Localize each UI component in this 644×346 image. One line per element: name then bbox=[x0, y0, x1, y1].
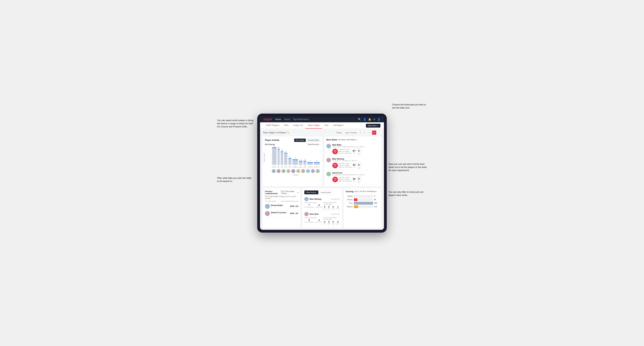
shot-card-0[interactable]: Matt Miller 09 Jun 2023 · Royal North De… bbox=[326, 142, 379, 156]
least-active-tab[interactable]: Least Active bbox=[318, 190, 333, 194]
scoring-label-3: Bogeys bbox=[346, 206, 353, 208]
scoring-filter2[interactable]: All Players ▾ bbox=[367, 190, 376, 192]
shot-arrow-2[interactable]: › bbox=[378, 176, 379, 178]
shot-arrow-1[interactable]: › bbox=[378, 162, 379, 165]
toggle-buttons: On Course Practice Drills bbox=[294, 139, 320, 142]
view-heart-icon[interactable]: ♥ bbox=[372, 131, 376, 135]
putt-stat-0: 1 PUTT bbox=[336, 206, 340, 210]
player-avatar-6[interactable]: R bbox=[301, 169, 305, 173]
practice-header: Practice Leaderboards PUTT Must Make Put… bbox=[265, 190, 298, 194]
practice-row-0[interactable]: Richard Butler 1 19/20 110 bbox=[265, 203, 298, 210]
tab-pga[interactable]: PGA bbox=[282, 122, 291, 129]
tournament-stat-1: 8 Tournament bbox=[304, 219, 314, 223]
people-icon[interactable]: 👤 bbox=[363, 118, 366, 121]
active-player-card-1[interactable]: Rees Britt 02 Sep 2023 Total Rounds 8 To… bbox=[304, 211, 340, 226]
tab-tour[interactable]: Tour bbox=[322, 122, 331, 129]
all-shots-filter[interactable]: All Shots ▾ bbox=[338, 139, 346, 141]
bar-5 bbox=[292, 159, 298, 165]
tournament-stat-0: 7 Tournament bbox=[304, 204, 314, 208]
bar-8 bbox=[307, 162, 313, 165]
bar-value-6: 3 bbox=[300, 159, 301, 160]
practice-filter[interactable]: PUTT Must Make Putting ... ▾ bbox=[281, 190, 298, 194]
on-course-toggle[interactable]: On Course bbox=[294, 139, 306, 142]
team-header: Team Clippd | 14 Players ✏️ Show: Last 3… bbox=[263, 131, 381, 135]
avatar-icon[interactable]: 👤 bbox=[378, 118, 380, 121]
shot-info-2: David Ford 24 Aug 2023 · Royal North Dev… bbox=[332, 172, 377, 183]
view-grid4-icon[interactable]: ⊟ bbox=[367, 131, 371, 135]
player-avatar-5[interactable]: O bbox=[296, 169, 300, 173]
nav-link-teams[interactable]: Teams bbox=[284, 118, 290, 121]
bar-group-7: 3 M. Miller bbox=[304, 159, 306, 168]
tab-pgat-players[interactable]: PGAT Players bbox=[264, 122, 282, 129]
total-rounds-label: Total Rounds bbox=[308, 143, 319, 145]
practice-activity-row-0: 0 GTT 0 APP 0 ARG 1 PUTT bbox=[323, 206, 340, 210]
shot-badge-sub-1: SG bbox=[334, 166, 336, 167]
y-axis-label: Total Rounds bbox=[264, 153, 265, 162]
bar-name-1: R. Britt bbox=[278, 165, 280, 168]
x-axis-label: Players bbox=[271, 174, 320, 176]
scoring-filter1[interactable]: Par 3, 4 & 5s ▾ bbox=[354, 190, 366, 192]
scoring-val-1: 96 bbox=[374, 199, 379, 201]
bar-1 bbox=[278, 149, 280, 165]
player-avatar-2[interactable]: D bbox=[282, 169, 286, 173]
view-filter-icon[interactable]: ≡ bbox=[377, 131, 381, 135]
player-avatar-9[interactable]: L bbox=[316, 169, 320, 173]
scoring-label-2: Pars bbox=[346, 202, 353, 204]
tab-team-clippd[interactable]: Team Clippd bbox=[306, 122, 322, 129]
active-player-card-0[interactable]: Blair McHarg 26 Aug 2023 Total Rounds 7 … bbox=[304, 196, 340, 211]
col-pb-score: PB Score bbox=[281, 200, 289, 202]
most-active-tab[interactable]: Most Active bbox=[304, 190, 318, 194]
player-avatar-0[interactable]: B bbox=[272, 169, 276, 173]
bar-2 bbox=[281, 151, 283, 165]
active-player-info-1: Rees Britt bbox=[304, 212, 319, 216]
annotation-left-bottom: Filter what data you wish the table to b… bbox=[217, 176, 252, 183]
edit-icon[interactable]: ✏️ bbox=[287, 132, 289, 134]
nav-link-home[interactable]: Home bbox=[275, 118, 281, 121]
scoring-chart: Eagles 3 Birdies 96 Pars 499 Bogeys 115 bbox=[346, 194, 379, 209]
scoring-bar-wrap-3 bbox=[354, 205, 373, 208]
tab-all-players[interactable]: All Players bbox=[331, 122, 346, 129]
add-circle-icon[interactable]: ⊕ bbox=[373, 118, 376, 121]
practice-drills-toggle[interactable]: Practice Drills bbox=[306, 139, 320, 142]
practice-row-1[interactable]: Edward Crossman 2 18/20 107 bbox=[265, 210, 298, 217]
page-wrapper: Choose the timescale you wish to see the… bbox=[217, 103, 427, 243]
all-shots-label: All Shots bbox=[338, 139, 345, 141]
time-filter-select[interactable]: Last 3 months bbox=[343, 131, 358, 134]
shot-card-1[interactable]: Blair McHarg 23 Jul 2023 · Ashridge GC, … bbox=[326, 156, 379, 170]
add-team-button[interactable]: Add Team + bbox=[366, 124, 380, 128]
scoring-bar-inner-0 bbox=[354, 195, 354, 198]
shot-arrow-0[interactable]: › bbox=[378, 148, 379, 151]
total-rounds-select[interactable]: Total Rounds ▾ bbox=[308, 143, 320, 145]
arg-stat-1: 0 ARG bbox=[332, 221, 334, 225]
shot-detail-2: 24 Aug 2023 · Royal North Devon GC, Hole… bbox=[332, 174, 377, 176]
all-players-filter[interactable]: All Players ▾ bbox=[347, 139, 357, 141]
nav-link-performance[interactable]: My Performance bbox=[293, 118, 309, 121]
zero-circle-1: 0 bbox=[356, 162, 362, 167]
search-icon[interactable]: 🔍 bbox=[358, 118, 361, 121]
tab-hcaps[interactable]: Hcaps 1-5 bbox=[291, 122, 306, 129]
player-avatar-3[interactable]: J bbox=[286, 169, 290, 173]
active-date-1: 02 Sep 2023 bbox=[331, 213, 340, 215]
bar-name-9: L. Robertson bbox=[314, 165, 320, 168]
shot-card-2[interactable]: David Ford 24 Aug 2023 · Royal North Dev… bbox=[326, 170, 379, 184]
practice-avatar-1 bbox=[265, 211, 270, 216]
view-icons: ⊞ ⊟ ♥ ≡ bbox=[362, 131, 381, 135]
active-stats-grid-1: Total Rounds 8 Tournament 4 Practice Tot… bbox=[304, 217, 340, 225]
player-avatar-7[interactable]: M bbox=[306, 169, 310, 173]
player-avatar-1[interactable]: R bbox=[277, 169, 280, 173]
chevron-down-icon: ▾ bbox=[360, 132, 361, 134]
practice-activities-section-1: Total Practice Activities 0 GTT 0 APP 0 … bbox=[323, 217, 340, 225]
scoring-card: Scoring Par 3, 4 & 5s ▾ All Players ▾ Ea… bbox=[344, 188, 381, 228]
player-avatar-4[interactable]: E bbox=[292, 169, 295, 173]
player-avatar-8[interactable]: E bbox=[311, 169, 315, 173]
practice-rank-0: 1 bbox=[271, 206, 289, 208]
shot-badge-2: 198 SG bbox=[332, 177, 338, 182]
app-stat-1: 0 APP bbox=[328, 221, 330, 225]
bell-icon[interactable]: 🔔 bbox=[368, 118, 371, 121]
bar-value-2: 10 bbox=[281, 149, 283, 151]
all-players-chevron: ▾ bbox=[356, 139, 357, 141]
shot-badge-0: 200 SG bbox=[332, 149, 338, 154]
bar-4 bbox=[288, 158, 292, 165]
view-grid2-icon[interactable]: ⊞ bbox=[362, 131, 366, 135]
shot-badge-sub-0: SG bbox=[334, 152, 336, 153]
